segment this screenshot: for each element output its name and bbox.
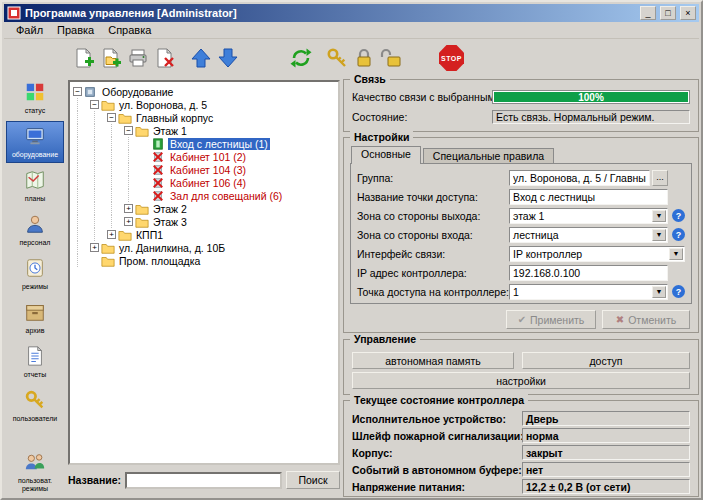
sidebar-item-user-modes[interactable]: пользоват. режимы: [6, 451, 64, 493]
controller-state-group: Текущее состояние контроллера Исполнител…: [343, 400, 699, 497]
help-icon[interactable]: ?: [672, 228, 685, 241]
titlebar[interactable]: Программа управления [Administrator] _ □…: [4, 4, 699, 22]
add-child-button[interactable]: [97, 45, 124, 72]
apply-button[interactable]: ✔Применить: [506, 310, 596, 329]
controller-state-title: Текущее состояние контроллера: [350, 394, 528, 406]
tree-node-selected-access-point[interactable]: Вход с лестницы (1): [73, 137, 338, 150]
sidebar-item-modes[interactable]: режимы: [6, 253, 64, 295]
archive-box-icon: [24, 301, 46, 326]
link-quality-value: 100%: [494, 92, 688, 102]
delete-button[interactable]: [151, 45, 178, 72]
expand-icon[interactable]: +: [90, 243, 99, 252]
folder-icon: [135, 216, 149, 228]
tree-node[interactable]: −Этаж 1: [73, 124, 338, 137]
tree-node[interactable]: +Этаж 2: [73, 202, 338, 215]
menu-help[interactable]: Справка: [101, 23, 158, 37]
tree-node[interactable]: +ул. Данилкина, д. 10Б: [73, 241, 338, 254]
tree-node[interactable]: −Главный корпус: [73, 111, 338, 124]
sidebar-item-users[interactable]: пользователи: [6, 385, 64, 427]
tab-general[interactable]: Основные: [351, 146, 421, 164]
interface-combo[interactable]: IP контроллер▼: [509, 246, 685, 262]
help-icon[interactable]: ?: [672, 209, 685, 222]
ip-address-label: IP адрес контроллера:: [357, 267, 509, 279]
tree-node[interactable]: Пром. площадка: [73, 254, 338, 267]
combo-dropdown-button[interactable]: ▼: [652, 210, 666, 222]
voltage-value: 12,2 ± 0,2 В (от сети): [522, 479, 690, 494]
lock-button[interactable]: [350, 45, 377, 72]
collapse-icon[interactable]: −: [124, 126, 133, 135]
link-quality-progressbar: 100%: [492, 90, 690, 104]
sidebar-item-personnel[interactable]: персонал: [6, 209, 64, 251]
settings-button[interactable]: настройки: [352, 372, 690, 389]
unlock-button[interactable]: [377, 45, 404, 72]
alarm-cross-icon: [152, 164, 166, 176]
device-value: Дверь: [522, 411, 690, 426]
case-label: Корпус:: [352, 447, 393, 459]
lock-open-icon: [380, 47, 402, 69]
stop-button[interactable]: STOP: [438, 45, 465, 72]
ip-address-field[interactable]: [509, 265, 668, 281]
exit-zone-combo[interactable]: этаж 1▼: [509, 208, 668, 224]
combo-dropdown-button[interactable]: ▼: [652, 286, 666, 298]
move-up-button[interactable]: [187, 45, 214, 72]
browse-button[interactable]: ...: [652, 170, 668, 186]
equipment-tree[interactable]: −Оборудование −ул. Воронова, д. 5 −Главн…: [68, 80, 340, 465]
tree-node[interactable]: +Этаж 3: [73, 215, 338, 228]
key-button[interactable]: [323, 45, 350, 72]
tree-node[interactable]: −ул. Воронова, д. 5: [73, 98, 338, 111]
maximize-button[interactable]: □: [660, 6, 676, 20]
combo-dropdown-button[interactable]: ▼: [652, 229, 666, 241]
sidebar-item-reports[interactable]: отчеты: [6, 341, 64, 383]
app-window: Программа управления [Administrator] _ □…: [0, 0, 703, 500]
print-button[interactable]: [124, 45, 151, 72]
move-down-button[interactable]: [214, 45, 241, 72]
group-field[interactable]: [509, 170, 650, 186]
collapse-icon[interactable]: −: [107, 113, 116, 122]
collapse-icon[interactable]: −: [90, 100, 99, 109]
tab-special-rules[interactable]: Специальные правила: [423, 148, 554, 164]
refresh-button[interactable]: [287, 45, 314, 72]
sidebar-item-status[interactable]: статус: [6, 77, 64, 119]
combo-dropdown-button[interactable]: ▼: [669, 248, 683, 260]
expand-icon[interactable]: +: [107, 230, 116, 239]
management-group: Управление автономная память доступ наст…: [343, 339, 699, 395]
management-group-title: Управление: [350, 333, 420, 345]
link-state-label: Состояние:: [352, 111, 407, 123]
chevron-down-icon: ▼: [656, 212, 663, 219]
autonomous-memory-button[interactable]: автономная память: [352, 352, 514, 369]
tree-node-alarm[interactable]: Кабинет 101 (2): [73, 150, 338, 163]
expand-icon[interactable]: +: [124, 204, 133, 213]
sidebar-item-archive[interactable]: архив: [6, 297, 64, 339]
link-quality-label: Качество связи с выбранным:: [352, 91, 498, 103]
help-icon[interactable]: ?: [672, 285, 685, 298]
tree-node-alarm[interactable]: Зал для совещаний (6): [73, 189, 338, 202]
sidebar-item-equipment[interactable]: оборудование: [6, 121, 64, 163]
tree-node[interactable]: +КПП1: [73, 228, 338, 241]
search-row: Название: Поиск: [68, 470, 340, 490]
menu-edit[interactable]: Правка: [50, 23, 101, 37]
close-button[interactable]: ×: [680, 6, 696, 20]
sidebar-item-plans[interactable]: планы: [6, 165, 64, 207]
search-button[interactable]: Поиск: [286, 471, 340, 489]
fire-loop-label: Шлейф пожарной сигнализации:: [352, 430, 524, 442]
search-input[interactable]: [125, 472, 282, 489]
tree-node-equipment-root[interactable]: −Оборудование: [73, 85, 338, 98]
collapse-icon[interactable]: −: [73, 87, 82, 96]
link-group-title: Связь: [350, 73, 390, 85]
access-point-name-field[interactable]: [509, 189, 668, 205]
cancel-button[interactable]: ✖Отменить: [602, 310, 690, 329]
expand-icon[interactable]: +: [124, 217, 133, 226]
menu-file[interactable]: Файл: [9, 23, 50, 37]
chevron-down-icon: ▼: [673, 250, 680, 257]
controller-point-combo[interactable]: 1▼: [509, 284, 668, 300]
add-button[interactable]: [70, 45, 97, 72]
window-title: Программа управления [Administrator]: [25, 7, 636, 19]
arrow-down-icon: [217, 47, 239, 69]
minimize-button[interactable]: _: [640, 6, 656, 20]
status-grid-icon: [24, 81, 46, 106]
access-button[interactable]: доступ: [522, 352, 690, 369]
tree-node-alarm[interactable]: Кабинет 104 (3): [73, 163, 338, 176]
tree-node-alarm[interactable]: Кабинет 106 (4): [73, 176, 338, 189]
folder-icon: [135, 125, 149, 137]
entry-zone-combo[interactable]: лестница▼: [509, 227, 668, 243]
